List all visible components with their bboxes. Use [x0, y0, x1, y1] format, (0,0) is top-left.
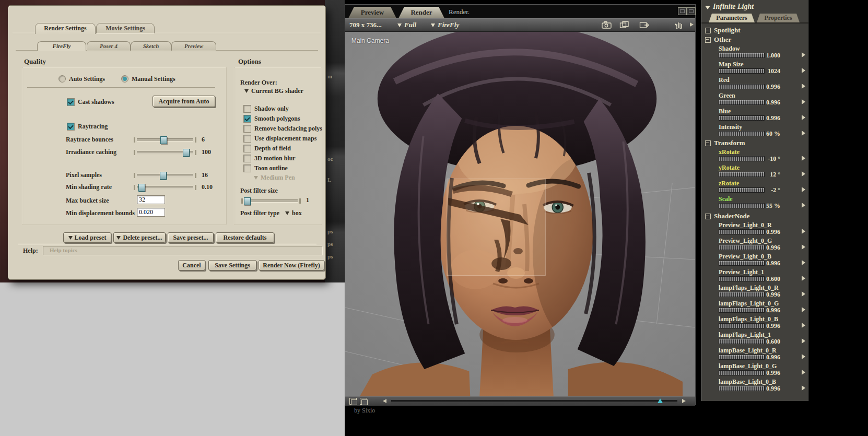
zoom-dropdown[interactable]: Full — [397, 21, 416, 29]
auto-settings-radio[interactable]: Auto Settings — [58, 75, 105, 83]
checkbox-box[interactable] — [243, 155, 251, 162]
scroll-left-arrow[interactable] — [383, 399, 386, 403]
param-row-zrotate: zRotate -2 ° — [701, 180, 810, 195]
engine-dropdown[interactable]: FireFly — [431, 21, 459, 29]
max-bucket-size-input[interactable] — [137, 195, 165, 204]
radio-circle[interactable] — [121, 75, 128, 83]
subtab-poser4[interactable]: Poser 4 — [87, 41, 131, 51]
pan-hand-icon[interactable] — [672, 20, 686, 30]
render-camera-icon[interactable] — [600, 20, 614, 30]
checkbox-3d-motion-blur[interactable]: 3D motion blur — [243, 155, 296, 162]
param-arrow-icon[interactable] — [802, 307, 805, 312]
checkbox-box[interactable] — [243, 105, 251, 113]
tab-render[interactable]: Render — [398, 7, 444, 18]
tab-properties[interactable]: Properties — [757, 14, 800, 22]
checkbox-remove-backfacing[interactable]: Remove backfacing polys — [243, 125, 322, 132]
param-arrow-icon[interactable] — [802, 84, 805, 89]
tab-parameters[interactable]: Parameters — [709, 14, 755, 22]
collapse-minus-icon[interactable] — [705, 214, 711, 219]
collapse-minus-icon[interactable] — [705, 28, 711, 33]
slider-thumb[interactable] — [160, 172, 167, 180]
slider-thumb[interactable] — [138, 184, 145, 192]
param-arrow-icon[interactable] — [802, 229, 805, 234]
tab-preview[interactable]: Preview — [348, 7, 396, 18]
param-arrow-icon[interactable] — [802, 52, 805, 57]
radio-circle[interactable] — [58, 75, 66, 83]
min-displacement-bounds-input[interactable] — [137, 208, 165, 217]
param-arrow-icon[interactable] — [802, 323, 805, 328]
delete-preset-button[interactable]: Delete preset... — [113, 232, 166, 243]
collapse-minus-icon[interactable] — [705, 140, 711, 146]
collapse-minus-icon[interactable] — [705, 37, 711, 43]
checkbox-box[interactable] — [67, 98, 75, 106]
param-arrow-icon[interactable] — [802, 156, 805, 161]
raytracing-checkbox[interactable]: Raytracing — [67, 123, 108, 130]
param-arrow-icon[interactable] — [802, 260, 805, 265]
param-arrow-icon[interactable] — [802, 385, 805, 391]
param-arrow-icon[interactable] — [802, 68, 805, 73]
render-canvas[interactable]: Main Camera — [345, 32, 695, 396]
window-close-button[interactable] — [687, 7, 696, 15]
param-arrow-icon[interactable] — [802, 171, 805, 176]
checkbox-box[interactable] — [243, 125, 251, 133]
subtab-preview[interactable]: Preview — [171, 41, 216, 51]
checkbox-box[interactable] — [243, 145, 251, 152]
irradiance-caching-slider[interactable] — [137, 151, 193, 154]
param-arrow-icon[interactable] — [802, 354, 805, 359]
slider-thumb[interactable] — [244, 197, 251, 205]
cancel-button[interactable]: Cancel — [178, 260, 205, 270]
slider-thumb[interactable] — [160, 136, 167, 144]
resolution-dropdown[interactable]: 709 x 736... — [349, 21, 382, 29]
param-arrow-icon[interactable] — [802, 99, 805, 104]
param-arrow-icon[interactable] — [802, 203, 805, 208]
checkbox-depth-of-field[interactable]: Depth of field — [243, 145, 291, 152]
param-arrow-icon[interactable] — [802, 187, 805, 192]
restore-defaults-button[interactable]: Restore defaults — [216, 232, 274, 243]
checkbox-displacement-maps[interactable]: Use displacement maps — [243, 135, 316, 142]
palette-collapse-icon[interactable] — [705, 6, 710, 9]
post-filter-type-dropdown[interactable]: box — [285, 209, 302, 217]
acquire-from-auto-button[interactable]: Acquire from Auto — [153, 96, 215, 107]
save-preset-button[interactable]: Save preset... — [168, 232, 214, 243]
checkbox-box[interactable] — [243, 164, 251, 172]
manual-settings-radio[interactable]: Manual Settings — [121, 75, 175, 83]
min-shading-rate-slider[interactable] — [137, 186, 193, 189]
help-topics-link[interactable]: Help topics — [50, 247, 77, 253]
param-arrow-icon[interactable] — [802, 338, 805, 344]
pixel-samples-slider[interactable] — [137, 174, 193, 177]
param-arrow-icon[interactable] — [802, 131, 805, 136]
image-stack-icon[interactable] — [360, 398, 367, 405]
slider-thumb[interactable] — [183, 149, 190, 157]
load-preset-button[interactable]: Load preset — [63, 232, 111, 243]
scrollbar-track[interactable] — [391, 400, 677, 403]
param-arrow-icon[interactable] — [802, 276, 805, 281]
param-arrow-icon[interactable] — [802, 370, 805, 375]
scrollbar-handle[interactable] — [658, 398, 663, 403]
tab-movie-settings[interactable]: Movie Settings — [96, 23, 155, 33]
compare-renders-icon[interactable] — [618, 20, 631, 30]
window-detach-button[interactable] — [678, 7, 687, 15]
checkbox-box[interactable] — [67, 123, 75, 131]
checkbox-shadow-only[interactable]: Shadow only — [243, 105, 289, 112]
raytrace-bounces-slider[interactable] — [137, 138, 193, 142]
toolbar-overflow-arrow[interactable] — [690, 22, 694, 27]
palette-title[interactable]: Infinite Light — [713, 3, 754, 11]
tab-render-settings[interactable]: Render Settings — [35, 23, 96, 34]
render-over-dropdown[interactable]: Current BG shader — [244, 87, 303, 95]
scroll-right-arrow[interactable] — [682, 399, 686, 403]
save-settings-button[interactable]: Save Settings — [208, 260, 256, 270]
checkbox-box[interactable] — [243, 135, 251, 143]
param-arrow-icon[interactable] — [802, 115, 805, 120]
param-arrow-icon[interactable] — [802, 244, 805, 250]
image-stack-icon[interactable] — [349, 398, 357, 405]
render-now-button[interactable]: Render Now (Firefly) — [259, 260, 324, 270]
checkbox-toon-outline[interactable]: Toon outline — [243, 164, 288, 172]
param-arrow-icon[interactable] — [802, 291, 805, 297]
checkbox-box[interactable] — [243, 115, 251, 123]
cast-shadows-checkbox[interactable]: Cast shadows — [67, 98, 114, 105]
subtab-firefly[interactable]: FireFly — [37, 41, 86, 51]
export-image-icon[interactable] — [638, 20, 651, 30]
checkbox-smooth-polygons[interactable]: Smooth polygons — [243, 115, 300, 122]
subtab-sketch[interactable]: Sketch — [131, 41, 171, 51]
post-filter-size-slider[interactable] — [244, 199, 298, 203]
